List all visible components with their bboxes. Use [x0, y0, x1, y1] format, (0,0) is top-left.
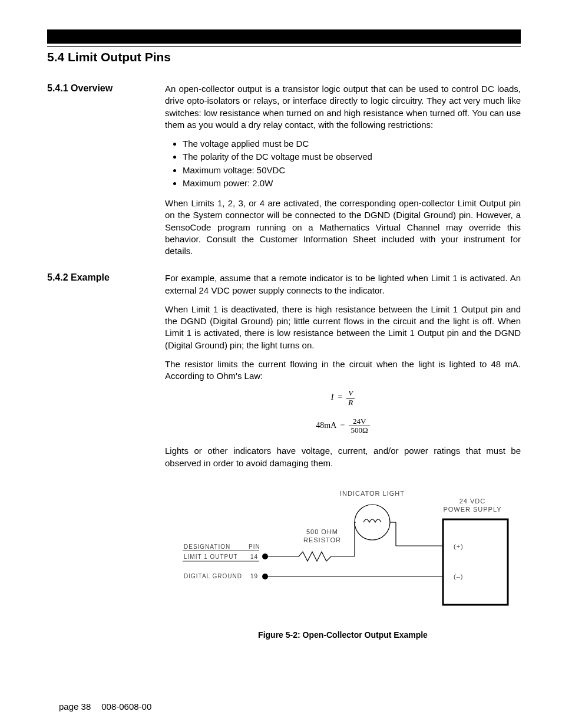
eq-numerator: 24V — [349, 417, 369, 426]
eq-sign: = — [338, 393, 342, 401]
bullet-item: Maximum power: 2.0W — [183, 177, 521, 189]
overview-heading: 5.4.1 Overview — [47, 83, 165, 264]
section-title: 5.4 Limit Output Pins — [47, 50, 521, 64]
overview-body: An open-collector output is a transistor… — [165, 83, 521, 264]
example-para-1: For example, assume that a remote indica… — [165, 272, 521, 297]
label-limit1-pin: 14 — [250, 554, 258, 560]
subsection-overview: 5.4.1 Overview An open-collector output … — [47, 83, 521, 264]
overview-para-2: When Limits 1, 2, 3, or 4 are activated,… — [165, 197, 521, 257]
equation-numeric: 48mA = 24V 500Ω — [165, 417, 521, 435]
svg-point-3 — [262, 574, 268, 579]
header-bar — [47, 29, 521, 44]
label-pin: PIN — [249, 543, 260, 550]
eq-sign: = — [340, 421, 345, 430]
label-supply-1: 24 VDC — [459, 498, 486, 505]
bullet-item: The voltage applied must be DC — [183, 138, 521, 150]
label-resistor-2: RESISTOR — [303, 536, 341, 543]
eq-fraction: V R — [346, 389, 355, 407]
bullet-item: The polarity of the DC voltage must be o… — [183, 151, 521, 163]
example-para-4: Lights or other indicators have voltage,… — [165, 445, 521, 469]
subsection-example: 5.4.2 Example For example, assume that a… — [47, 272, 521, 640]
svg-point-7 — [355, 505, 390, 540]
overview-para-1: An open-collector output is a transistor… — [165, 83, 521, 131]
svg-point-2 — [262, 554, 268, 559]
label-minus: (–) — [454, 573, 463, 580]
label-plus: (+) — [454, 543, 464, 550]
label-dgnd: DIGITAL GROUND — [184, 573, 242, 579]
equation-ohms-law: I = V R — [165, 389, 521, 407]
eq-denominator: R — [346, 398, 355, 407]
example-body: For example, assume that a remote indica… — [165, 272, 521, 640]
example-para-2: When Limit 1 is deactivated, there is hi… — [165, 304, 521, 351]
label-resistor-1: 500 OHM — [306, 528, 338, 535]
figure: .lbl { font-family: Arial, sans-serif; f… — [165, 487, 521, 640]
svg-rect-13 — [443, 519, 508, 605]
example-heading: 5.4.2 Example — [47, 272, 165, 640]
eq-fraction: 24V 500Ω — [349, 417, 369, 435]
footer-doc: 008-0608-00 — [101, 701, 151, 711]
eq-lhs: 48mA — [316, 421, 336, 430]
page: 5.4 Limit Output Pins 5.4.1 Overview An … — [0, 0, 562, 728]
label-indicator: INDICATOR LIGHT — [340, 490, 405, 497]
eq-lhs: I — [331, 393, 334, 401]
header-rule — [47, 46, 521, 47]
label-dgnd-pin: 19 — [250, 573, 258, 579]
circuit-diagram-icon: .lbl { font-family: Arial, sans-serif; f… — [172, 487, 514, 617]
eq-denominator: 500Ω — [349, 426, 369, 434]
bullet-item: Maximum voltage: 50VDC — [183, 164, 521, 176]
overview-bullets: The voltage applied must be DC The polar… — [183, 138, 521, 189]
label-supply-2: POWER SUPPLY — [443, 506, 501, 513]
eq-numerator: V — [346, 389, 355, 398]
example-para-3: The resistor limits the current flowing … — [165, 358, 521, 383]
footer-page: page 38 — [59, 701, 91, 711]
label-limit1: LIMIT 1 OUTPUT — [184, 554, 238, 560]
page-footer: page 38008-0608-00 — [59, 701, 151, 711]
figure-caption: Figure 5-2: Open-Collector Output Exampl… — [165, 630, 521, 640]
label-designation: DESIGNATION — [184, 543, 230, 550]
